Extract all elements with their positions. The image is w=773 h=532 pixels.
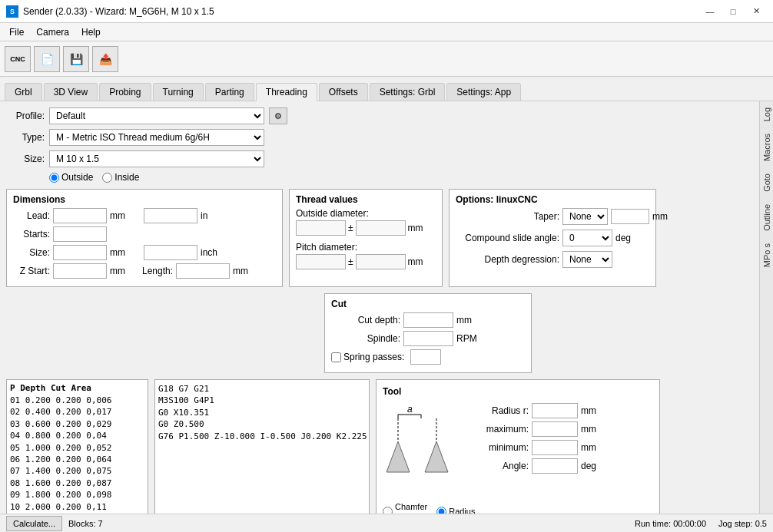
size-row: Size: M 10 x 1.5 (6, 150, 753, 167)
menu-help[interactable]: Help (75, 25, 107, 39)
size-dim-input[interactable]: 10.000 (53, 245, 107, 260)
sidebar-outline[interactable]: Outline (761, 198, 773, 237)
lead-in-input[interactable] (144, 208, 197, 223)
profile-row: Profile: Default ⚙ (6, 107, 753, 124)
depth-select[interactable]: None (562, 251, 612, 268)
dimensions-title: Dimensions (13, 194, 276, 205)
profile-select[interactable]: Default (49, 107, 264, 124)
window-title: Sender (2.0.33) - Wizard: M_6G6H, M 10 x… (23, 6, 214, 17)
pass-table: P Depth Cut Area 01 0.200 0.200 0,006 02… (6, 379, 148, 514)
taper-row: Taper: None 0.0 mm (456, 208, 649, 225)
zstart-unit: mm (110, 266, 125, 276)
chamfer-radio-label[interactable]: Chamfer a (383, 502, 427, 514)
table-row: 01 0.200 0.200 0,006 (10, 395, 144, 406)
gcode-box: G18 G7 G21 M3S100 G4P1 G0 X10.351 G0 Z0.… (154, 379, 370, 514)
size-inch-unit: inch (201, 247, 217, 258)
svg-text:a: a (407, 404, 413, 415)
taper-num-input[interactable]: 0.0 (611, 209, 649, 224)
spring-checkbox[interactable] (331, 352, 341, 362)
tool-radio-row: Chamfer a Radius (383, 502, 467, 514)
chamfer-radio[interactable] (383, 507, 393, 514)
gcode-line: G0 Z0.500 (158, 418, 366, 430)
outside-value-input[interactable]: 9.851 (296, 220, 346, 236)
sidebar-mpos[interactable]: MPo s (761, 237, 773, 273)
tab-grbl[interactable]: Grbl (5, 83, 42, 101)
pitch-tol-input[interactable]: 0.069 (356, 254, 406, 269)
pitch-value-input[interactable]: 8.925 (296, 254, 346, 269)
spring-checkbox-label[interactable]: Spring passes: (331, 352, 404, 362)
calculate-button[interactable]: Calculate... (6, 516, 62, 531)
zstart-input[interactable]: 0.000 (53, 263, 107, 279)
taper-unit: mm (652, 211, 668, 222)
menu-file[interactable]: File (3, 25, 30, 39)
cut-depth-row: Cut depth: 2.225 mm (331, 312, 525, 328)
tab-settings-app[interactable]: Settings: App (446, 83, 521, 101)
table-row: 05 1.000 0.200 0,052 (10, 442, 144, 454)
sidebar-macros[interactable]: Macros (761, 127, 773, 167)
inside-radio-label[interactable]: Inside (102, 172, 139, 183)
tab-turning[interactable]: Turning (153, 83, 204, 101)
spindle-input[interactable]: 100 (403, 331, 453, 346)
menu-camera[interactable]: Camera (30, 25, 75, 39)
angle-param-input[interactable]: 60 (532, 458, 578, 474)
gear-button[interactable]: ⚙ (269, 107, 287, 124)
profile-label: Profile: (6, 111, 45, 121)
min-param-input[interactable]: 0.000 (532, 440, 578, 455)
runtime-label: Run time: 00:00:00 (635, 519, 706, 528)
tool-section: Tool a (376, 379, 660, 514)
size-inch-input[interactable] (144, 245, 197, 260)
starts-input[interactable]: 1 (53, 226, 107, 242)
radius-param-row: Radius r: 0.000 mm (475, 403, 653, 418)
toolbar-upload-button[interactable]: 📤 (92, 46, 118, 72)
tab-probing[interactable]: Probing (99, 83, 151, 101)
minimize-button[interactable]: — (699, 4, 721, 19)
table-row: 08 1.600 0.200 0,087 (10, 477, 144, 489)
sidebar-log[interactable]: Log (761, 101, 773, 127)
title-bar: S Sender (2.0.33) - Wizard: M_6G6H, M 10… (0, 0, 773, 23)
tab-3dview[interactable]: 3D View (44, 83, 98, 101)
tab-settings-grbl[interactable]: Settings: Grbl (370, 83, 446, 101)
spring-input[interactable]: 0 (410, 349, 441, 365)
max-param-input[interactable]: 0.217 (532, 421, 578, 437)
main-content: Profile: Default ⚙ Type: M - Metric ISO … (0, 101, 773, 514)
type-select[interactable]: M - Metric ISO Thread medium 6g/6H (49, 129, 264, 146)
length-input[interactable]: 10.000 (176, 263, 230, 279)
gcode-line: G18 G7 G21 (158, 383, 366, 395)
spindle-unit: RPM (456, 333, 477, 344)
min-param-unit: mm (581, 442, 596, 453)
size-dim-label: Size: (13, 247, 50, 258)
radio-group: Outside Inside (49, 172, 753, 183)
taper-select[interactable]: None (562, 208, 608, 225)
compound-label: Compound slide angle: (456, 233, 559, 243)
outside-radio[interactable] (49, 173, 59, 183)
angle-param-row: Angle: 60 deg (475, 458, 653, 474)
tab-offsets[interactable]: Offsets (319, 83, 368, 101)
radius-param-input[interactable]: 0.000 (532, 403, 578, 418)
outside-radio-label[interactable]: Outside (49, 172, 93, 183)
inside-radio[interactable] (102, 173, 112, 183)
outside-tol-input[interactable]: 0.117 (356, 220, 406, 236)
maximize-button[interactable]: □ (722, 4, 744, 19)
cut-depth-input[interactable]: 2.225 (403, 312, 453, 328)
radius-radio-label[interactable]: Radius (436, 507, 475, 514)
gcode-line: M3S100 G4P1 (158, 395, 366, 406)
radius-radio[interactable] (436, 507, 446, 514)
tool-visualization: a (383, 403, 467, 514)
tab-threading[interactable]: Threading (256, 83, 317, 101)
lead-label: Lead: (13, 210, 50, 221)
tab-parting[interactable]: Parting (205, 83, 254, 101)
title-bar-controls: — □ ✕ (699, 4, 767, 19)
close-button[interactable]: ✕ (745, 4, 767, 19)
size-label: Size: (6, 154, 45, 164)
sidebar-goto[interactable]: Goto (761, 167, 773, 198)
tool-svg-graphic: a (383, 403, 467, 495)
cut-section-wrapper: Cut Cut depth: 2.225 mm Spindle: 100 RPM… (6, 293, 753, 373)
size-select[interactable]: M 10 x 1.5 (49, 150, 264, 167)
toolbar-cnc-button[interactable]: CNC (5, 46, 31, 72)
toolbar-save-button[interactable]: 💾 (63, 46, 89, 72)
radius-param-label: Radius r: (475, 405, 529, 416)
pitch-pm: ± (348, 256, 353, 267)
toolbar-open-button[interactable]: 📄 (34, 46, 60, 72)
compound-select[interactable]: 0 (562, 230, 612, 246)
lead-input[interactable]: 1.500 (53, 208, 107, 223)
